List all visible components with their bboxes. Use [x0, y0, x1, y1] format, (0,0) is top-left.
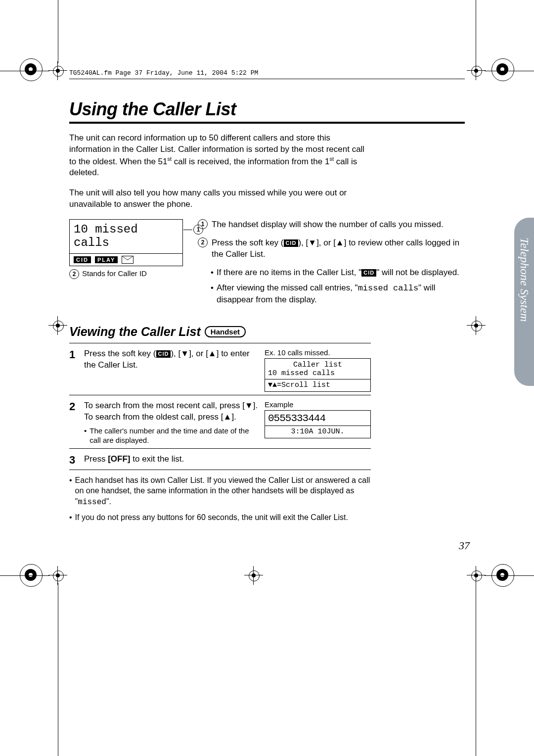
- page-title: Using the Caller List: [69, 99, 465, 120]
- step-2: 2 To search from the most recent call, p…: [69, 400, 371, 445]
- cid-pill-icon: CID: [284, 239, 299, 247]
- step-rule: [69, 395, 371, 395]
- crop-mark: [247, 569, 260, 582]
- section-rule: [69, 343, 371, 343]
- description-item-1: 1 The handset display will show the numb…: [198, 219, 465, 231]
- crop-mark: [51, 319, 64, 332]
- description-item-2: 2 Press the soft key (CID), [▼], or [▲] …: [198, 237, 465, 260]
- note-2: • If you do not press any buttons for 60…: [69, 512, 371, 523]
- lcd-example-box-1: Caller list 10 missed calls ▼▲=Scroll li…: [265, 358, 371, 392]
- crop-mark: [470, 64, 483, 77]
- down-arrow-icon: ▼: [268, 381, 272, 389]
- lcd-display-illustration: 10 missed calls 1 CID PLAY: [69, 219, 183, 266]
- down-arrow-icon: ▼: [308, 238, 316, 247]
- circled-2-icon: 2: [198, 237, 208, 247]
- intro-paragraph-2: The unit will also tell you how many cal…: [69, 188, 371, 210]
- up-arrow-icon: ▲: [336, 238, 344, 247]
- crop-line: [485, 71, 534, 71]
- intro-paragraph-1: The unit can record information up to 50…: [69, 133, 371, 179]
- side-tab-label: Telephone System: [515, 228, 534, 331]
- example-label: Example: [265, 400, 371, 409]
- crop-line: [476, 0, 476, 63]
- crop-line: [0, 71, 49, 71]
- step-2-bullet: •The caller's number and the time and da…: [84, 426, 259, 445]
- envelope-icon: [122, 256, 134, 264]
- step-rule: [69, 470, 371, 470]
- description-bullet-2: • After viewing the missed call entries,…: [211, 283, 465, 306]
- title-rule: [69, 122, 465, 124]
- up-arrow-icon: ▲: [223, 412, 232, 422]
- lcd-example-box-2: 0555333444 3:10A 10JUN.: [265, 410, 371, 438]
- note-1: • Each handset has its own Caller List. …: [69, 475, 371, 508]
- cid-softkey-label: CID: [74, 256, 91, 263]
- circled-2-icon: 2: [69, 269, 79, 279]
- crop-mark: [51, 569, 64, 582]
- callout-2-caption: 2 Stands for Caller ID: [69, 269, 183, 279]
- section-heading: Viewing the Caller List Handset: [69, 325, 465, 339]
- down-arrow-icon: ▼: [245, 401, 253, 410]
- description-bullet-1: • If there are no items in the Caller Li…: [211, 267, 465, 279]
- step-rule: [69, 448, 371, 449]
- crop-mark: [51, 64, 64, 77]
- crop-line: [0, 575, 49, 576]
- example-label: Ex. 10 calls missed.: [265, 348, 371, 357]
- crop-line: [476, 583, 476, 756]
- running-header: TG5240AL.fm Page 37 Friday, June 11, 200…: [69, 69, 465, 79]
- page-number: 37: [459, 539, 470, 552]
- crop-line: [58, 0, 58, 63]
- crop-line: [485, 575, 534, 576]
- crop-line: [58, 583, 58, 756]
- registration-mark: [20, 58, 43, 81]
- cid-pill-icon: CID: [361, 269, 376, 277]
- crop-mark: [470, 319, 483, 332]
- cid-pill-icon: CID: [156, 350, 171, 358]
- up-arrow-icon: ▲: [272, 381, 277, 389]
- step-3: 3 Press [OFF] to exit the list.: [69, 454, 371, 467]
- handset-badge: Handset: [205, 326, 246, 337]
- lcd-missed-calls-text: 10 missed calls: [74, 223, 178, 249]
- down-arrow-icon: ▼: [180, 349, 189, 358]
- callout-1: 1: [183, 225, 203, 235]
- play-softkey-label: PLAY: [95, 256, 118, 263]
- crop-mark: [470, 569, 483, 582]
- registration-mark: [491, 58, 514, 81]
- step-1: 1 Press the soft key (CID), [▼], or [▲] …: [69, 348, 371, 392]
- up-arrow-icon: ▲: [208, 349, 217, 358]
